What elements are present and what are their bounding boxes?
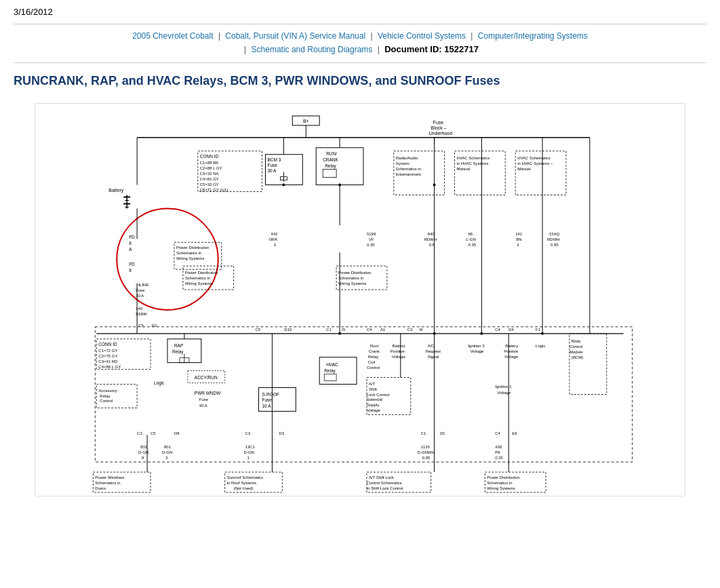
breadcrumb-link-cobalt[interactable]: 2005 Chevrolet Cobalt: [132, 31, 213, 41]
svg-text:HVAC: HVAC: [326, 362, 338, 367]
svg-text:S-ROOF: S-ROOF: [262, 392, 279, 397]
svg-text:30 A: 30 A: [199, 404, 207, 408]
svg-text:Relay: Relay: [324, 368, 336, 374]
svg-text:Lock Control: Lock Control: [367, 393, 390, 397]
svg-text:C5=32 GY: C5=32 GY: [200, 182, 219, 187]
svg-text:Control: Control: [569, 345, 582, 349]
svg-text:Ignition 3: Ignition 3: [468, 344, 485, 348]
svg-text:FD: FD: [129, 262, 135, 267]
svg-text:in Roof Systems: in Roof Systems: [227, 481, 256, 485]
svg-text:8: 8: [129, 241, 132, 246]
svg-text:3: 3: [165, 456, 168, 460]
svg-text:Relay: Relay: [100, 394, 110, 398]
svg-text:Power Distribution: Power Distribution: [185, 271, 218, 275]
svg-text:Fuse: Fuse: [199, 398, 209, 402]
sep1: |: [218, 31, 220, 41]
svg-text:VF: VF: [369, 237, 374, 241]
breadcrumb: 2005 Chevrolet Cobalt | Cobalt, Pursuit …: [14, 30, 706, 57]
svg-text:D-GNWH: D-GNWH: [418, 450, 435, 454]
svg-text:RDWH: RDWH: [424, 237, 437, 241]
svg-text:A: A: [129, 247, 132, 252]
svg-text:Module: Module: [569, 350, 583, 354]
svg-text:D10: D10: [284, 328, 292, 332]
svg-text:Fuse: Fuse: [267, 163, 277, 168]
svg-point-223: [433, 184, 436, 187]
wiring-diagram-svg: B+ Fuse Block – Underhood CONN ID C1=88 …: [35, 104, 685, 496]
svg-text:D-GN: D-GN: [244, 450, 254, 454]
svg-text:A1: A1: [380, 328, 386, 332]
svg-text:Wiring Systems: Wiring Systems: [185, 281, 213, 286]
svg-text:(BCM): (BCM): [572, 355, 583, 359]
svg-text:Power Windows: Power Windows: [95, 475, 124, 479]
svg-text:Manual: Manual: [517, 167, 531, 171]
svg-text:C3: C3: [137, 431, 142, 435]
svg-text:Wiring Systems: Wiring Systems: [487, 486, 515, 490]
svg-text:Relay: Relay: [325, 163, 336, 169]
svg-text:801: 801: [164, 445, 172, 449]
svg-text:I5: I5: [342, 328, 346, 332]
svg-text:Voltage: Voltage: [392, 355, 406, 359]
svg-text:D8: D8: [174, 431, 180, 435]
svg-text:Power Distribution: Power Distribution: [176, 246, 209, 250]
svg-text:Wiring Systems: Wiring Systems: [338, 281, 366, 286]
sep5: |: [378, 45, 380, 54]
svg-text:Control: Control: [367, 366, 380, 370]
svg-text:C4=81 GY: C4=81 GY: [200, 177, 219, 181]
svg-text:640: 640: [428, 232, 435, 236]
svg-text:C6=TL GY (U1): C6=TL GY (U1): [200, 188, 228, 192]
svg-text:Body: Body: [572, 339, 581, 343]
sep3: |: [471, 31, 473, 41]
svg-text:in HVAC Systems: in HVAC Systems: [457, 161, 489, 165]
svg-text:F1: F1: [536, 328, 541, 332]
svg-text:Radio/Audio: Radio/Audio: [396, 156, 418, 160]
svg-text:Control Schematics: Control Schematics: [367, 481, 402, 485]
breadcrumb-link-service-manual[interactable]: Cobalt, Pursuit (VIN A) Service Manual: [225, 31, 365, 41]
svg-text:RDWH: RDWH: [547, 237, 560, 241]
svg-text:C4: C4: [495, 328, 500, 332]
svg-text:L-GN: L-GN: [466, 237, 475, 241]
svg-text:Battery: Battery: [108, 188, 124, 193]
svg-text:Request: Request: [426, 349, 441, 353]
svg-text:442: 442: [271, 232, 278, 236]
svg-text:Schematics in: Schematics in: [95, 481, 120, 485]
svg-text:Signal: Signal: [428, 355, 439, 359]
breadcrumb-link-computer[interactable]: Computer/Integrating Systems: [478, 31, 588, 41]
svg-text:HVAC Schematics: HVAC Schematics: [457, 156, 490, 160]
svg-text:C1=72 GY: C1=72 GY: [98, 349, 117, 353]
svg-text:8: 8: [129, 268, 132, 273]
sep2: |: [370, 31, 372, 41]
svg-text:3S: 3S: [440, 431, 445, 435]
svg-text:Fuse: Fuse: [262, 398, 273, 403]
svg-text:C1=88 BK: C1=88 BK: [200, 161, 218, 165]
breadcrumb-link-schematic[interactable]: Schematic and Routing Diagrams: [252, 45, 373, 54]
breadcrumb-link-vehicle-control[interactable]: Vehicle Control Systems: [378, 31, 466, 41]
svg-text:Wiring Systems: Wiring Systems: [176, 256, 204, 260]
svg-text:66: 66: [468, 232, 473, 236]
svg-point-225: [433, 332, 436, 335]
svg-text:Power Distribution: Power Distribution: [338, 271, 371, 275]
svg-text:0.35: 0.35: [468, 243, 476, 247]
svg-text:in Shift Lock Control: in Shift Lock Control: [367, 486, 403, 490]
svg-text:C2=75 GY: C2=75 GY: [98, 354, 117, 358]
svg-text:0.95: 0.95: [422, 456, 431, 460]
svg-text:C3=32 NA: C3=32 NA: [200, 172, 219, 176]
svg-text:B+: B+: [303, 119, 309, 123]
svg-text:Logic: Logic: [154, 380, 165, 386]
svg-text:C1: C1: [421, 431, 426, 435]
svg-text:CONN ID: CONN ID: [98, 342, 117, 347]
svg-text:5199: 5199: [367, 232, 376, 236]
svg-text:0.95: 0.95: [551, 243, 559, 247]
svg-text:D3: D3: [279, 431, 284, 435]
svg-text:System: System: [396, 161, 409, 165]
svg-rect-22: [316, 148, 363, 185]
doc-id: Document ID: 1522717: [384, 44, 479, 54]
svg-text:C2=88 L GY: C2=88 L GY: [200, 166, 222, 170]
svg-text:Coil: Coil: [368, 360, 375, 364]
svg-text:C3: C3: [245, 431, 251, 435]
svg-text:BCM 3: BCM 3: [267, 157, 281, 162]
svg-text:10 A: 10 A: [262, 404, 272, 409]
svg-text:C5: C5: [256, 328, 261, 332]
diagram-container: B+ Fuse Block – Underhood CONN ID C1=88 …: [35, 103, 685, 496]
svg-text:1: 1: [247, 456, 250, 460]
svg-text:Doors: Doors: [95, 486, 106, 490]
